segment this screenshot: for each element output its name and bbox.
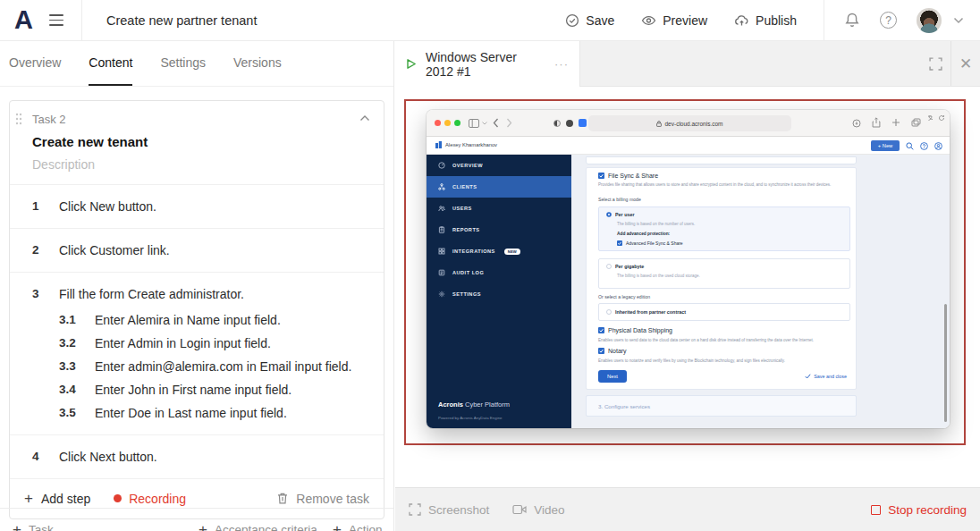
stop-recording-button[interactable]: Stop recording — [871, 503, 967, 517]
add-task-button[interactable]: + Task — [13, 522, 54, 531]
per-gigabyte-radio-row[interactable]: Per gigabyte — [606, 264, 644, 269]
per-user-option-box[interactable]: Per user The billing is based on the num… — [598, 206, 850, 251]
vm-tab[interactable]: Windows Server 2012 #1 ··· — [395, 41, 580, 87]
back-icon[interactable] — [493, 118, 499, 128]
remove-task-button[interactable]: Remove task — [276, 492, 369, 506]
dark-mode-icon[interactable] — [566, 120, 573, 127]
shield-icon[interactable] — [553, 120, 561, 127]
per-user-radio-row[interactable]: Per user — [606, 212, 635, 217]
nav-clients[interactable]: CLIENTS — [427, 176, 571, 198]
per-gigabyte-option-box[interactable]: Per gigabyte The billing is based on the… — [598, 258, 850, 289]
step-row-4[interactable]: 4 Click Next button. — [10, 434, 384, 478]
services-form-card: File Sync & Share Provides file sharing … — [586, 167, 857, 390]
new-tab-icon[interactable] — [891, 118, 900, 127]
account-chevron-down-icon[interactable] — [953, 17, 964, 24]
cloud-upload-icon — [734, 13, 749, 28]
acronis-console-header: Alexey Khamarkhanov + New — [427, 137, 950, 155]
nav-settings[interactable]: SETTINGS — [427, 283, 571, 305]
step-row-1[interactable]: 1 Click New button. — [10, 184, 384, 228]
substep-row[interactable]: 3.1 Enter Alemira in Name input field. — [59, 313, 369, 327]
trash-icon — [276, 492, 289, 505]
app-logo[interactable]: A — [14, 7, 32, 33]
recording-indicator[interactable]: Recording — [114, 492, 186, 506]
collapse-chevron-up-icon[interactable] — [359, 114, 370, 122]
add-acceptance-criteria-button[interactable]: + Acceptance criteria — [199, 522, 317, 531]
fullscreen-button[interactable] — [921, 41, 950, 86]
screenshot-icon — [409, 503, 421, 516]
extension-icon[interactable] — [579, 119, 587, 127]
publish-button[interactable]: Publish — [734, 13, 797, 28]
tab-versions[interactable]: Versions — [233, 41, 282, 86]
screenshot-button[interactable]: Screenshot — [409, 503, 489, 517]
per-user-description: The billing is based on the number of us… — [617, 222, 695, 226]
preview-button[interactable]: Preview — [641, 13, 707, 28]
menu-icon[interactable] — [49, 14, 63, 26]
console-user[interactable]: Alexey Khamarkhanov — [435, 141, 497, 148]
vm-tab-more-icon[interactable]: ··· — [554, 57, 569, 71]
header-divider — [81, 0, 82, 41]
close-vm-button[interactable]: ✕ — [950, 41, 980, 86]
substep-row[interactable]: 3.2 Enter Admin in Login input field. — [59, 336, 369, 350]
nav-reports[interactable]: REPORTS — [427, 219, 571, 240]
sidebar-chevron-icon[interactable] — [482, 122, 487, 125]
new-badge: NEW — [504, 249, 520, 255]
next-button[interactable]: Next — [598, 370, 627, 383]
zoom-traffic-light[interactable] — [454, 120, 460, 126]
eye-icon — [641, 13, 656, 28]
task-title[interactable]: Create new tenant — [32, 134, 369, 149]
tab-content[interactable]: Content — [89, 41, 132, 86]
save-and-close-link[interactable]: Save and close — [805, 374, 847, 379]
lock-icon — [656, 121, 662, 127]
console-new-button[interactable]: + New — [871, 140, 900, 151]
avatar[interactable] — [917, 8, 942, 33]
substep-text: Enter Alemira in Name input field. — [95, 313, 281, 327]
close-traffic-light[interactable] — [435, 120, 441, 126]
substep-row[interactable]: 3.5 Enter Doe in Last name input field. — [59, 406, 369, 420]
tab-overview[interactable]: Overview — [9, 41, 61, 86]
nav-audit-log[interactable]: AUDIT LOG — [427, 262, 571, 283]
console-help-icon[interactable] — [920, 142, 928, 150]
help-icon[interactable]: ? — [880, 12, 897, 29]
configure-services-section[interactable]: 3. Configure services — [586, 395, 857, 417]
downloads-icon[interactable] — [852, 119, 861, 128]
page-scrollbar[interactable] — [944, 304, 947, 422]
nav-users[interactable]: USERS — [427, 198, 571, 219]
sidebar-toggle-icon[interactable] — [469, 119, 479, 128]
share-icon[interactable] — [872, 117, 881, 128]
forward-icon[interactable] — [506, 118, 512, 128]
add-action-button[interactable]: + Action — [333, 522, 382, 531]
tab-overview-icon[interactable] — [911, 118, 921, 127]
advanced-fss-checkbox-row[interactable]: Advanced File Sync & Share — [617, 240, 683, 246]
address-bar[interactable]: dev-cloud.acronis.com — [588, 115, 791, 131]
console-account-icon[interactable] — [934, 142, 942, 150]
substep-row[interactable]: 3.3 Enter admin@alemira.com in Email inp… — [59, 359, 369, 374]
tab-settings[interactable]: Settings — [160, 41, 206, 86]
minimize-traffic-light[interactable] — [444, 120, 451, 126]
fss-checkbox-row[interactable]: File Sync & Share — [598, 173, 849, 179]
video-button[interactable]: Video — [512, 503, 564, 517]
notary-checkbox-row[interactable]: Notary — [598, 348, 849, 354]
reader-reload-icons[interactable] — [927, 114, 945, 122]
drag-handle-icon[interactable] — [15, 113, 22, 125]
step-row-2[interactable]: 2 Click Customer link. — [10, 228, 384, 272]
vm-tab-title: Windows Server 2012 #1 — [426, 50, 545, 79]
substep-number: 3.1 — [59, 313, 95, 327]
notifications-bell-icon[interactable] — [844, 12, 860, 29]
nav-overview[interactable]: OVERVIEW — [427, 155, 571, 176]
nav-integrations[interactable]: INTEGRATIONS NEW — [427, 240, 571, 262]
recording-dot-icon — [114, 494, 122, 502]
add-step-button[interactable]: + Add step — [24, 491, 90, 506]
remote-browser-window[interactable]: dev-cloud.acronis.com — [427, 110, 950, 428]
checkbox-checked-icon — [598, 327, 604, 333]
inherited-option-box[interactable]: Inherited from partner contract — [598, 303, 850, 321]
substep-row[interactable]: 3.4 Enter John in First name input field… — [59, 383, 369, 397]
pds-checkbox-row[interactable]: Physical Data Shipping — [598, 327, 849, 333]
task-description-placeholder[interactable]: Description — [32, 157, 369, 172]
save-button[interactable]: Save — [565, 13, 614, 28]
clients-icon — [438, 183, 445, 190]
step-row-3[interactable]: 3 Fill the form Create administrator. 3.… — [10, 272, 384, 434]
check-icon — [805, 374, 811, 379]
console-search-icon[interactable] — [906, 142, 914, 150]
inherited-radio-row[interactable]: Inherited from partner contract — [606, 309, 686, 315]
capture-toolbar: Screenshot Video Stop recording — [395, 487, 980, 531]
